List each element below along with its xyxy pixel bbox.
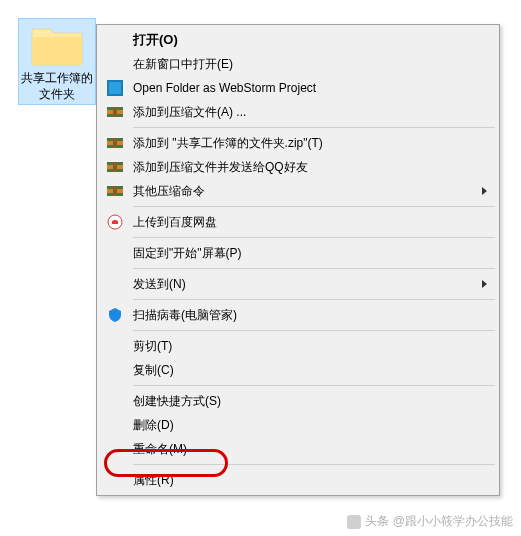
svg-rect-5: [113, 107, 117, 117]
folder-icon: [30, 23, 84, 67]
archive-icon: [107, 135, 123, 151]
menu-separator: [133, 237, 495, 238]
menu-open[interactable]: 打开(O): [99, 28, 497, 52]
menu-separator: [133, 299, 495, 300]
submenu-arrow-icon: [482, 280, 487, 288]
menu-delete[interactable]: 删除(D): [99, 413, 497, 437]
menu-pin-start[interactable]: 固定到"开始"屏幕(P): [99, 241, 497, 265]
menu-open-webstorm[interactable]: Open Folder as WebStorm Project: [99, 76, 497, 100]
folder-label: 共享工作簿的文件夹: [21, 71, 93, 102]
menu-separator: [133, 127, 495, 128]
submenu-arrow-icon: [482, 187, 487, 195]
watermark-icon: [347, 515, 361, 529]
menu-copy[interactable]: 复制(C): [99, 358, 497, 382]
menu-scan-virus[interactable]: 扫描病毒(电脑管家): [99, 303, 497, 327]
menu-separator: [133, 464, 495, 465]
watermark-text: 头条 @跟小小筱学办公技能: [365, 513, 513, 530]
menu-rename[interactable]: 重命名(M): [99, 437, 497, 461]
archive-icon: [107, 159, 123, 175]
folder-selection: 共享工作簿的文件夹: [18, 18, 96, 105]
svg-rect-13: [113, 162, 117, 172]
shield-icon: [107, 307, 123, 323]
menu-properties[interactable]: 属性(R): [99, 468, 497, 492]
menu-add-compress[interactable]: 添加到压缩文件(A) ...: [99, 100, 497, 124]
menu-cut[interactable]: 剪切(T): [99, 334, 497, 358]
menu-separator: [133, 330, 495, 331]
menu-separator: [133, 268, 495, 269]
menu-open-new-window[interactable]: 在新窗口中打开(E): [99, 52, 497, 76]
archive-icon: [107, 183, 123, 199]
context-menu: 打开(O) 在新窗口中打开(E) Open Folder as WebStorm…: [96, 24, 500, 496]
svg-rect-1: [109, 82, 121, 94]
webstorm-icon: [107, 80, 123, 96]
menu-compress-send-qq[interactable]: 添加到压缩文件并发送给QQ好友: [99, 155, 497, 179]
archive-icon: [107, 104, 123, 120]
menu-other-compress[interactable]: 其他压缩命令: [99, 179, 497, 203]
watermark: 头条 @跟小小筱学办公技能: [347, 513, 513, 530]
baidu-cloud-icon: [107, 214, 123, 230]
menu-separator: [133, 206, 495, 207]
desktop-folder[interactable]: 共享工作簿的文件夹: [18, 18, 96, 105]
menu-send-to[interactable]: 发送到(N): [99, 272, 497, 296]
menu-separator: [133, 385, 495, 386]
svg-rect-9: [113, 138, 117, 148]
svg-rect-17: [113, 186, 117, 196]
menu-upload-baidu[interactable]: 上传到百度网盘: [99, 210, 497, 234]
menu-create-shortcut[interactable]: 创建快捷方式(S): [99, 389, 497, 413]
menu-add-to-zip[interactable]: 添加到 "共享工作簿的文件夹.zip"(T): [99, 131, 497, 155]
